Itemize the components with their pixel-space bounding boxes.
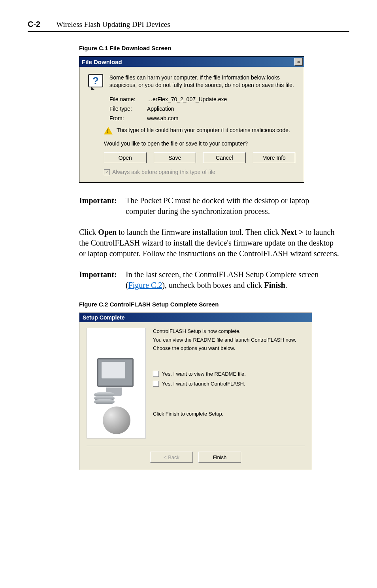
dialog-intro-text: Some files can harm your computer. If th… <box>109 74 295 90</box>
dialog-titlebar[interactable]: File Download × <box>79 57 304 67</box>
filename-label: File name: <box>109 96 147 102</box>
filetype-label: File type: <box>109 106 147 112</box>
readme-label: Yes, I want to view the README file. <box>162 371 246 377</box>
body-paragraph: Click Open to launch the firmware instal… <box>79 227 340 259</box>
question-icon: ? <box>88 74 104 90</box>
click-finish-line: Click Finish to complete Setup. <box>153 410 305 418</box>
figure-c2-link[interactable]: Figure C.2 <box>128 281 162 289</box>
setup-line-2: You can view the README file and launch … <box>153 337 305 344</box>
figure-c1-caption: Figure C.1 File Download Screen <box>79 45 349 51</box>
back-button: < Back <box>150 452 193 463</box>
setup-complete-dialog: Setup Complete ■■ ControlFLASH Setup is … <box>79 312 312 470</box>
always-ask-checkbox[interactable]: ✓ <box>104 169 110 175</box>
page-number: C-2 <box>28 20 40 29</box>
warning-icon <box>104 127 113 135</box>
open-save-question: Would you like to open the file or save … <box>104 140 295 147</box>
always-ask-row: ✓ Always ask before opening this type of… <box>104 169 295 175</box>
finish-keyword: Finish <box>264 281 285 289</box>
readme-checkbox[interactable] <box>153 371 159 377</box>
setup-complete-titlebar[interactable]: Setup Complete <box>79 313 312 322</box>
important-note-1: Important: The Pocket PC must be docked … <box>79 195 340 217</box>
important-label-2: Important: <box>79 269 126 291</box>
page-header: C-2 Wireless Flash Updating DPI Devices <box>28 20 349 32</box>
figure-c2-caption: Figure C.2 ControlFLASH Setup Complete S… <box>79 301 349 308</box>
from-value: www.ab.com <box>147 115 295 121</box>
important-label: Important: <box>79 195 126 217</box>
open-button[interactable]: Open <box>104 152 147 163</box>
from-label: From: <box>109 115 147 121</box>
cancel-button[interactable]: Cancel <box>203 152 246 163</box>
always-ask-label: Always ask before opening this type of f… <box>112 169 215 175</box>
setup-line-3: Choose the options you want below. <box>153 345 305 352</box>
warning-text: This type of file could harm your comput… <box>117 127 290 135</box>
launch-label: Yes, I want to launch ControlFLASH. <box>162 381 245 387</box>
important-1-text: The Pocket PC must be docked with the de… <box>126 195 340 217</box>
launch-checkbox[interactable] <box>153 381 159 387</box>
close-icon[interactable]: × <box>294 58 303 66</box>
filename-value: …erFlex_70_2_007_Update.exe <box>147 96 295 102</box>
setup-line-1: ControlFLASH Setup is now complete. <box>153 328 305 335</box>
dialog-title: File Download <box>82 59 122 65</box>
important-note-2: Important: In the last screen, the Contr… <box>79 269 340 291</box>
file-info-grid: File name: …erFlex_70_2_007_Update.exe F… <box>109 96 295 121</box>
wizard-sidebar-image: ■■ <box>87 328 146 439</box>
next-keyword: Next > <box>281 228 303 236</box>
header-title: Wireless Flash Updating DPI Devices <box>56 20 170 29</box>
file-download-dialog: File Download × ? Some files can harm yo… <box>79 56 304 183</box>
open-keyword: Open <box>98 228 117 236</box>
save-button[interactable]: Save <box>154 152 196 163</box>
more-info-button[interactable]: More Info <box>253 152 296 163</box>
finish-button[interactable]: Finish <box>198 452 241 463</box>
filetype-value: Application <box>147 106 295 112</box>
